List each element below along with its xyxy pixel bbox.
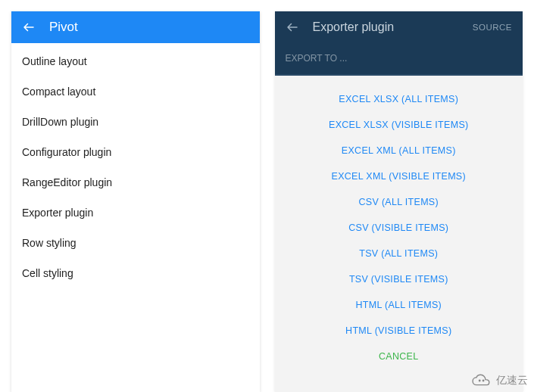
pivot-header: Pivot (11, 11, 260, 43)
list-item[interactable]: Exporter plugin (11, 198, 260, 228)
exporter-panel: Exporter plugin SOURCE EXPORT TO ... EXC… (275, 11, 523, 392)
list-item[interactable]: RangeEditor plugin (11, 167, 260, 198)
back-arrow-icon[interactable] (22, 20, 36, 34)
list-item[interactable]: Cell styling (11, 258, 260, 288)
export-to-label: EXPORT TO ... (275, 43, 523, 76)
pivot-menu-list: Outline layout Compact layout DrillDown … (11, 43, 260, 291)
export-option[interactable]: TSV (VISIBLE ITEMS) (343, 266, 454, 292)
export-option[interactable]: CSV (VISIBLE ITEMS) (342, 215, 454, 241)
export-option[interactable]: EXCEL XML (VISIBLE ITEMS) (326, 163, 472, 189)
export-options-list: EXCEL XLSX (ALL ITEMS) EXCEL XLSX (VISIB… (275, 76, 523, 392)
pivot-title: Pivot (49, 20, 78, 35)
export-option[interactable]: EXCEL XML (ALL ITEMS) (336, 138, 462, 163)
exporter-header: Exporter plugin SOURCE (275, 11, 523, 43)
cloud-icon (471, 374, 492, 387)
list-item[interactable]: Outline layout (11, 46, 260, 76)
exporter-title: Exporter plugin (313, 20, 459, 34)
watermark: 亿速云 (471, 374, 528, 387)
export-option[interactable]: CSV (ALL ITEMS) (353, 189, 445, 215)
export-option[interactable]: HTML (VISIBLE ITEMS) (339, 318, 457, 344)
list-item[interactable]: Configurator plugin (11, 137, 260, 167)
export-option[interactable]: HTML (ALL ITEMS) (349, 292, 448, 318)
list-item[interactable]: Row styling (11, 228, 260, 258)
export-option[interactable]: EXCEL XLSX (VISIBLE ITEMS) (323, 112, 474, 138)
back-arrow-icon[interactable] (286, 20, 299, 34)
cancel-button[interactable]: CANCEL (373, 344, 425, 369)
source-link[interactable]: SOURCE (473, 23, 512, 32)
export-option[interactable]: EXCEL XLSX (ALL ITEMS) (333, 86, 464, 112)
dual-panel-container: Pivot Outline layout Compact layout Dril… (0, 0, 534, 392)
export-option[interactable]: TSV (ALL ITEMS) (353, 241, 444, 266)
pivot-panel: Pivot Outline layout Compact layout Dril… (11, 11, 260, 392)
svg-point-0 (479, 380, 481, 382)
svg-point-1 (482, 380, 485, 382)
list-item[interactable]: DrillDown plugin (11, 107, 260, 137)
watermark-text: 亿速云 (496, 374, 528, 387)
list-item[interactable]: Compact layout (11, 76, 260, 107)
